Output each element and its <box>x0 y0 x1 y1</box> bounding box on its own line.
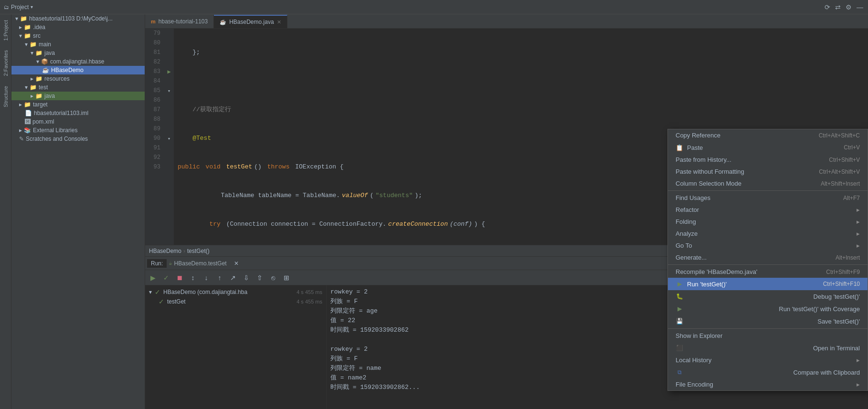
sync-icon[interactable]: ⟳ <box>824 2 831 12</box>
project-dropdown[interactable]: 🗂 Project ▾ <box>4 4 33 10</box>
breadcrumb-class[interactable]: HBaseDemo <box>149 248 181 254</box>
menu-open-terminal[interactable]: ⬛ Open in Terminal <box>668 342 868 354</box>
menu-copy-reference[interactable]: Copy Reference Ctrl+Alt+Shift+C <box>668 129 868 141</box>
menu-column-select[interactable]: Column Selection Mode Alt+Shift+Insert <box>668 178 868 189</box>
expand-icon: ▾ <box>15 15 18 22</box>
scratches-icon: ✎ <box>19 136 24 142</box>
project-tree: ▾ 📁 hbasetutorial1103 D:\MyCode\j... ▸ 📁… <box>11 14 145 409</box>
tab-close-icon[interactable]: ✕ <box>277 19 281 25</box>
run-down-btn[interactable]: ↓ <box>201 272 212 283</box>
settings-icon[interactable]: ⚙ <box>845 2 853 12</box>
fold-icon-90[interactable]: ▾ <box>168 136 171 142</box>
minimize-icon[interactable]: — <box>856 2 864 12</box>
run-sort-btn[interactable]: ⎋ <box>267 272 279 283</box>
tree-item-idea[interactable]: ▸ 📁 .idea <box>11 23 145 31</box>
tree-item-resources[interactable]: ▸ 📁 resources <box>11 74 145 83</box>
split-icon[interactable]: ⇄ <box>834 2 842 12</box>
tree-item-java[interactable]: ▾ 📁 java <box>11 49 145 57</box>
menu-goto[interactable]: Go To ▸ <box>668 240 868 252</box>
tab-java-icon: ☕ <box>220 19 226 25</box>
menu-show-explorer[interactable]: Show in Explorer <box>668 330 868 342</box>
close-run-tab[interactable]: ✕ <box>231 258 242 269</box>
target-folder-icon: 📁 <box>24 101 31 108</box>
tree-item-extlibs[interactable]: ▸ 📚 External Libraries <box>11 126 145 135</box>
pass-icon-class: ✓ <box>155 288 160 296</box>
run-stop-btn[interactable]: ⏹ <box>174 272 185 283</box>
project-panel-tab[interactable]: 1:Project <box>2 16 10 44</box>
expand-icon-tj: ▸ <box>31 93 33 99</box>
tree-item-pom[interactable]: 🅼 pom.xml <box>11 117 145 126</box>
src-folder-icon: 📁 <box>24 32 31 39</box>
tree-item-root[interactable]: ▾ 📁 hbasetutorial1103 D:\MyCode\j... <box>11 14 145 23</box>
run-prev-btn[interactable]: ⇧ <box>254 272 265 283</box>
menu-sep-3 <box>668 328 868 329</box>
tree-item-iml[interactable]: 📄 hbasetutorial1103.iml <box>11 109 145 117</box>
tree-item-test[interactable]: ▾ 📁 test <box>11 83 145 92</box>
structure-panel-tab[interactable]: Structure <box>2 82 10 111</box>
pom-label: pom.xml <box>32 118 54 125</box>
tab-hbasedemo-java[interactable]: ☕ HBaseDemo.java ✕ <box>214 15 287 28</box>
main-folder-icon: 📁 <box>30 41 37 48</box>
project-title: Project <box>11 4 29 10</box>
test-label: test <box>39 84 48 91</box>
run-expand-btn[interactable]: ↗ <box>227 272 239 283</box>
menu-paste-shortcut: Ctrl+V <box>844 144 860 151</box>
menu-paste-no-format[interactable]: Paste without Formatting Ctrl+Alt+Shift+… <box>668 166 868 178</box>
tree-item-test-java[interactable]: ▸ 📁 java <box>11 92 145 100</box>
menu-analyze[interactable]: Analyze ▸ <box>668 228 868 240</box>
favorites-panel-tab[interactable]: 2:Favorites <box>2 46 10 80</box>
menu-paste-history[interactable]: Paste from History... Ctrl+Shift+V <box>668 154 868 166</box>
java-folder-icon: 📁 <box>35 50 42 56</box>
test-tree: ▾ ✓ HBaseDemo (com.dajiangtai.hba 4 s 45… <box>145 285 327 409</box>
run-up-btn[interactable]: ↑ <box>214 272 225 283</box>
menu-refactor[interactable]: Refactor ▸ <box>668 204 868 216</box>
scratches-label: Scratches and Consoles <box>26 136 88 142</box>
fold-icon-85[interactable]: ▾ <box>168 88 171 94</box>
tree-item-package[interactable]: ▾ 📦 com.dajiangtai.hbase <box>11 57 145 66</box>
run-play-btn[interactable]: ▶ <box>147 272 159 283</box>
run-next-btn[interactable]: ⇩ <box>241 272 252 283</box>
tab-hbase-tutorial[interactable]: m hbase-tutorial-1103 <box>145 15 214 28</box>
breadcrumb-sep: › <box>183 248 185 254</box>
menu-compare-clipboard[interactable]: ⧉ Compare with Clipboard <box>668 366 868 378</box>
window-bar: 🗂 Project ▾ ⟳ ⇄ ⚙ — <box>0 0 868 14</box>
menu-local-history[interactable]: Local History ▸ <box>668 354 868 366</box>
test-method-time: 4 s 455 ms <box>296 299 322 304</box>
breadcrumb-method[interactable]: testGet() <box>187 248 210 254</box>
menu-file-encoding[interactable]: File Encoding ▸ <box>668 378 868 390</box>
run-gutter-icon[interactable]: ▶ <box>167 68 170 75</box>
menu-run-testget[interactable]: ▶ Run 'testGet()' Ctrl+Shift+F10 <box>668 278 868 290</box>
tab-icon-m: m <box>151 19 156 24</box>
tree-item-hbasedemo[interactable]: ☕ HBaseDemo <box>11 66 145 74</box>
menu-save-testget[interactable]: 💾 Save 'testGet()' <box>668 315 868 327</box>
menu-folding[interactable]: Folding ▸ <box>668 216 868 228</box>
tree-item-target[interactable]: ▸ 📁 target <box>11 100 145 109</box>
tree-item-main[interactable]: ▾ 📁 main <box>11 40 145 49</box>
menu-recompile[interactable]: Recompile 'HBaseDemo.java' Ctrl+Shift+F9 <box>668 266 868 278</box>
tree-item-scratches[interactable]: ✎ Scratches and Consoles <box>11 135 145 143</box>
chevron-down-icon: ▾ <box>31 4 33 10</box>
run-rerun-btn[interactable]: ↕ <box>187 272 199 283</box>
context-menu: Copy Reference Ctrl+Alt+Shift+C 📋 Paste … <box>667 129 868 391</box>
menu-find-usages[interactable]: Find Usages Alt+F7 <box>668 192 868 204</box>
menu-generate[interactable]: Generate... Alt+Insert <box>668 252 868 263</box>
menu-recompile-shortcut: Ctrl+Shift+F9 <box>826 269 860 275</box>
resources-label: resources <box>44 75 70 82</box>
test-method-label: testGet <box>167 298 186 305</box>
run-filter-btn[interactable]: ⊞ <box>281 272 292 283</box>
run-check-btn[interactable]: ✓ <box>160 272 172 283</box>
menu-column-select-shortcut: Alt+Shift+Insert <box>821 180 860 187</box>
run-class-label: HBaseDemo.testGet <box>174 260 227 267</box>
menu-copy-reference-label: Copy Reference <box>676 132 720 139</box>
menu-refactor-label: Refactor <box>676 206 699 213</box>
menu-analyze-arrow: ▸ <box>857 230 860 237</box>
menu-run-coverage[interactable]: ▶ Run 'testGet()' with Coverage <box>668 303 868 315</box>
test-class-item[interactable]: ▾ ✓ HBaseDemo (com.dajiangtai.hba 4 s 45… <box>145 287 326 297</box>
run-tab[interactable]: Run: <box>147 259 167 268</box>
test-method-item[interactable]: ✓ testGet 4 s 455 ms <box>145 297 326 306</box>
menu-show-explorer-label: Show in Explorer <box>676 332 722 339</box>
menu-sep-2 <box>668 264 868 265</box>
menu-paste[interactable]: 📋 Paste Ctrl+V <box>668 141 868 154</box>
menu-debug-testget[interactable]: 🐛 Debug 'testGet()' <box>668 290 868 303</box>
tree-item-src[interactable]: ▾ 📁 src <box>11 31 145 40</box>
